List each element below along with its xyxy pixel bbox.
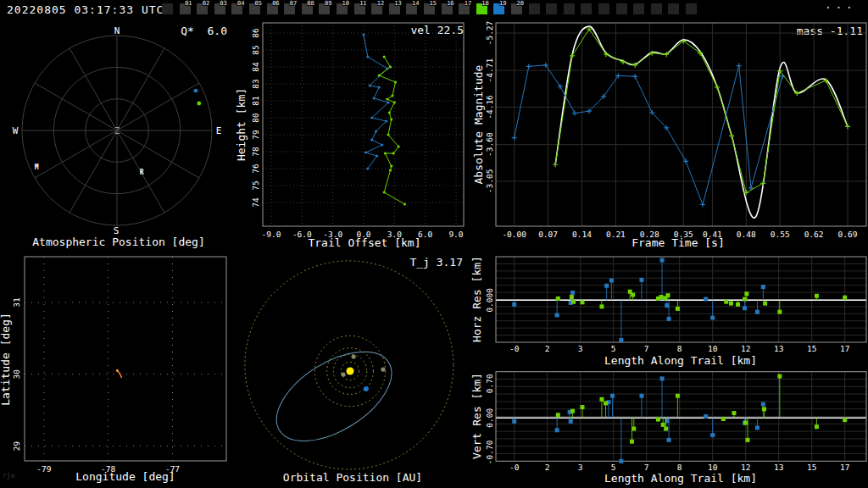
height-axis-title: Height [km]: [235, 88, 248, 161]
jupiter-orbit: [245, 261, 453, 469]
tick-label: -4.71: [485, 58, 494, 83]
blue-trail-point: [364, 151, 367, 153]
tick-label: 3.0: [387, 230, 402, 239]
tick-label: 0.000: [485, 288, 494, 313]
tick-label: 12: [741, 344, 750, 353]
blue-trail-point: [370, 138, 373, 141]
q-stat: Q* 6.0: [181, 25, 227, 37]
green-residual-point: [745, 438, 749, 442]
green-residual-point: [665, 293, 670, 297]
panel-orbital-position: T_j 3.17 Orbital Position [AU]: [245, 256, 463, 484]
green-trail-point: [383, 191, 386, 193]
watermark-initials: rjw: [3, 472, 14, 480]
green-residual-point: [676, 394, 680, 398]
tick-label: 0.00: [485, 408, 494, 428]
tick-label: 7: [644, 463, 649, 472]
green-residual-point: [744, 291, 748, 296]
green-trail-point: [384, 152, 387, 154]
tisserand-stat: T_j 3.17: [409, 256, 463, 269]
green-trail-point: [392, 152, 395, 154]
green-trail-point: [398, 145, 400, 147]
green-residual-point: [580, 405, 584, 409]
tick-label: 29: [12, 441, 21, 451]
tick-label: 12: [741, 463, 750, 472]
green-residual-point: [721, 417, 726, 421]
plus-marker: [700, 202, 705, 208]
site-marker-M: M: [35, 164, 39, 171]
compass-south-label: S: [114, 225, 120, 236]
blue-trail-point: [387, 101, 389, 103]
blue-residual-point: [660, 376, 665, 380]
plus-marker: [737, 64, 742, 69]
vert-length-axis-title: Length Along Trail [km]: [604, 472, 757, 485]
tick-label: 83: [251, 79, 260, 88]
green-residual-point: [843, 418, 847, 422]
tick-label: -3.05: [485, 169, 494, 194]
tick-label: 15: [807, 463, 816, 472]
plots-canvas: Q* 6.0 Atmospheric Position [deg] N E S …: [0, 0, 868, 488]
blue-residual-point: [755, 425, 760, 430]
compass-north-label: N: [114, 25, 120, 36]
green-residual-point: [777, 374, 782, 379]
blue-trail-point: [370, 116, 373, 119]
green-residual-point: [656, 418, 660, 422]
green-residual-point: [815, 294, 819, 298]
blue-residual-point: [555, 313, 559, 317]
plus-marker: [729, 133, 734, 138]
plus-marker: [512, 136, 517, 141]
green-residual-point: [630, 440, 634, 444]
green-residual-point: [763, 302, 767, 306]
blue-residual-point: [604, 284, 609, 288]
green-residual-point: [570, 409, 575, 413]
green-trail-point: [378, 74, 381, 76]
blue-residual-point: [569, 419, 573, 424]
polar-spoke: [117, 83, 199, 130]
plus-marker: [570, 53, 575, 58]
green-residual-point: [661, 423, 665, 427]
green-trail-point: [387, 133, 389, 136]
longitude-axis-title: Longitude [deg]: [75, 470, 175, 483]
latitude-axis-title: Latitude [deg]: [0, 313, 12, 406]
green-trail-point: [388, 111, 391, 114]
polar-spoke: [117, 130, 199, 178]
green-residual-point: [659, 295, 663, 299]
blue-trail-point: [362, 33, 364, 36]
blue-residual-point: [512, 419, 516, 424]
tick-label: -0: [509, 463, 520, 472]
blue-trail-point: [366, 55, 369, 58]
tick-label: -0: [509, 344, 520, 353]
polar-spoke: [117, 48, 164, 130]
blue-residual-point: [667, 317, 671, 321]
green-residual-point: [736, 302, 740, 307]
green-trail-point: [403, 202, 406, 205]
blue-residual-point: [639, 394, 643, 398]
green-trail-point: [386, 97, 388, 100]
tick-label: -9.0: [262, 230, 281, 239]
tick-label: 8: [677, 344, 682, 353]
tick-label: -3.0: [323, 230, 342, 239]
plus-marker: [632, 74, 637, 79]
green-residual-point: [599, 304, 604, 308]
tick-label: 0.62: [804, 230, 824, 239]
plus-marker: [715, 85, 720, 90]
radiant-point-blue: [194, 89, 198, 93]
horz-res-axis-title: Horz Res [km]: [470, 256, 483, 342]
blue-residual-point: [619, 459, 623, 463]
meteor-dashboard: 20220805 03:17:33 UTC 010203040506070809…: [0, 0, 868, 488]
tick-label: 15: [807, 344, 816, 353]
plus-marker: [572, 111, 577, 116]
tick-label: 86: [251, 28, 260, 38]
ground-track-start: [116, 369, 119, 372]
tick-label: 0.0: [356, 230, 370, 239]
blue-residual-point: [512, 302, 516, 307]
tick-label: 85: [251, 45, 260, 54]
tick-label: 79: [251, 130, 260, 140]
tick-label: 0.14: [572, 230, 592, 239]
magnitude-axis-title: Absolute Magnitude: [472, 64, 485, 184]
radiant-point-green: [197, 102, 201, 106]
green-residual-point: [843, 296, 847, 300]
blue-trail-point: [378, 86, 381, 88]
blue-residual-point: [667, 438, 671, 442]
panel-absolute-magnitude: mass -1.11 Frame Time [s] Absolute Magni…: [472, 21, 866, 249]
panel-vertical-residuals: Length Along Trail [km] Vert Res [km] -0…: [470, 372, 866, 485]
